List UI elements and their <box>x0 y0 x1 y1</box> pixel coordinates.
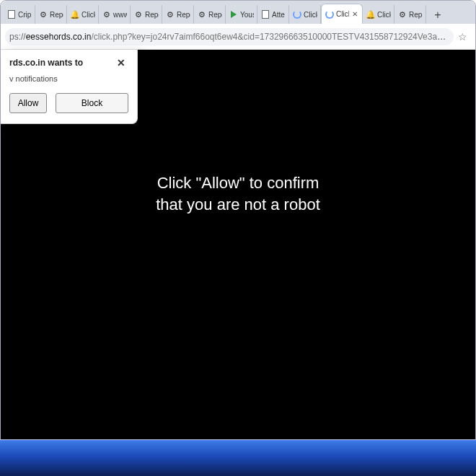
url-path: /click.php?key=jo24rv7aimf66oqt6ew4&cid=… <box>91 32 454 42</box>
bell-icon: 🔔 <box>366 9 376 19</box>
tab-strip: Crip⚙Repo🔔Click⚙www⚙Repo⚙Repo⚙RepoYousAt… <box>1 1 475 24</box>
tab-label: Click <box>304 11 317 19</box>
browser-tab[interactable]: Click <box>289 5 321 24</box>
browser-tab[interactable]: ⚙Repo <box>131 5 162 24</box>
tab-label: Repo <box>208 11 222 19</box>
tab-close-icon[interactable]: ✕ <box>351 10 359 19</box>
tab-label: Click <box>336 10 349 18</box>
browser-tab[interactable]: ⚙Repo <box>162 5 194 24</box>
loading-spinner-icon <box>325 9 335 19</box>
block-button[interactable]: Block <box>56 93 128 113</box>
gear-icon: ⚙ <box>38 9 48 19</box>
tab-label: Atte <box>272 11 285 19</box>
bookmark-star-icon[interactable]: ☆ <box>458 31 471 43</box>
tab-label: Repo <box>145 11 159 19</box>
browser-tab[interactable]: 🔔Click <box>67 5 99 24</box>
permission-body: v notifications <box>9 74 128 83</box>
browser-tab[interactable]: Atte <box>257 5 289 24</box>
gear-icon: ⚙ <box>133 9 144 19</box>
browser-tab[interactable]: Crip <box>4 5 35 24</box>
loading-spinner-icon <box>292 9 302 19</box>
page-icon <box>260 9 270 19</box>
page-message-line2: that you are not a robot <box>156 195 320 213</box>
url-host: eessehords.co.in <box>26 32 92 42</box>
tab-label: Repo <box>177 11 190 19</box>
tab-label: Click <box>377 11 391 19</box>
gear-icon: ⚙ <box>165 9 175 19</box>
tab-label: Rep <box>409 11 422 19</box>
windows-taskbar[interactable] <box>0 440 476 476</box>
tab-label: Repo <box>50 11 63 19</box>
browser-tab[interactable]: Yous <box>226 5 257 24</box>
gear-icon: ⚙ <box>102 9 112 19</box>
url-text[interactable]: ps://eessehords.co.in/click.php?key=jo24… <box>5 28 454 45</box>
notification-permission-popup: rds.co.in wants to ✕ v notifications All… <box>1 50 138 124</box>
play-icon <box>229 9 239 19</box>
page-message-line1: Click "Allow" to confirm <box>157 174 319 192</box>
close-icon[interactable]: ✕ <box>114 57 128 69</box>
new-tab-button[interactable]: + <box>429 6 446 24</box>
address-bar[interactable]: ps://eessehords.co.in/click.php?key=jo24… <box>1 24 475 50</box>
tab-label: Crip <box>18 11 31 19</box>
browser-tab[interactable]: 🔔Click <box>363 5 395 24</box>
tab-label: Click <box>81 11 95 19</box>
tab-label: www <box>113 11 127 19</box>
browser-tab[interactable]: ⚙www <box>99 5 131 24</box>
page-icon <box>6 9 17 19</box>
browser-tab[interactable]: ⚙Repo <box>194 5 226 24</box>
page-message: Click "Allow" to confirm that you are no… <box>25 172 451 215</box>
gear-icon: ⚙ <box>197 9 207 19</box>
bell-icon: 🔔 <box>70 9 80 19</box>
browser-window: Crip⚙Repo🔔Click⚙www⚙Repo⚙Repo⚙RepoYousAt… <box>0 0 476 440</box>
browser-tab[interactable]: ⚙Repo <box>35 5 67 24</box>
permission-title: rds.co.in wants to <box>9 58 83 68</box>
gear-icon: ⚙ <box>397 9 407 19</box>
browser-tab[interactable]: ⚙Rep <box>395 5 426 24</box>
allow-button[interactable]: Allow <box>9 93 47 113</box>
browser-tab[interactable]: Click✕ <box>321 4 363 24</box>
tab-label: Yous <box>240 11 254 19</box>
url-scheme: ps:// <box>9 32 26 42</box>
